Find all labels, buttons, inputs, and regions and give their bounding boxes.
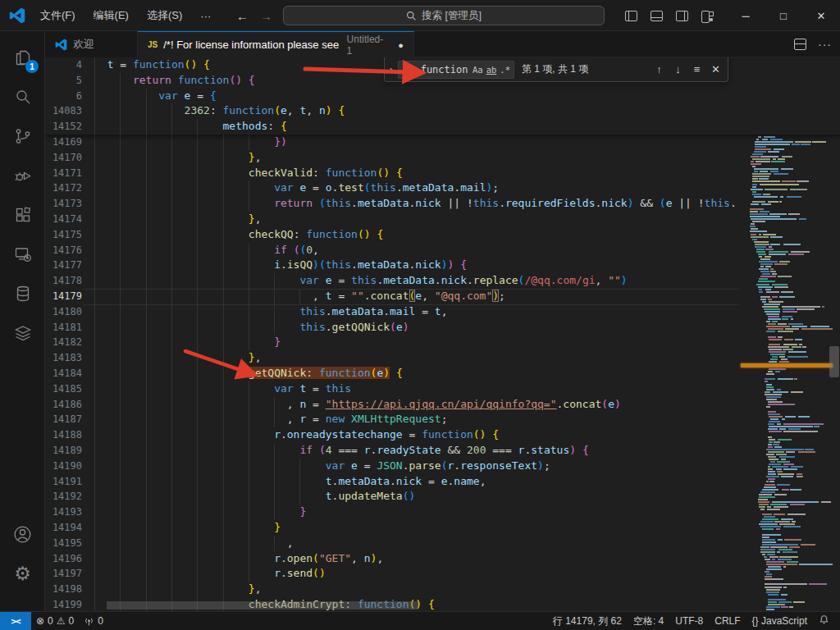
code-line: 14196r.open("GET", n), — [45, 551, 840, 567]
line-number: 14177 — [45, 258, 94, 273]
toggle-secondary-sidebar-icon[interactable] — [676, 11, 688, 21]
code-line: 14180this.metaData.mail = t, — [45, 304, 840, 320]
whole-word-icon[interactable]: ab — [486, 65, 497, 75]
match-case-icon[interactable]: Aa — [472, 65, 483, 75]
sidebar-item-source-control[interactable] — [0, 116, 45, 156]
indent-setting[interactable]: 空格: 4 — [628, 614, 669, 628]
close-button[interactable]: ✕ — [802, 0, 840, 31]
editor-more-actions-icon[interactable]: ··· — [818, 38, 832, 51]
sidebar-item-database[interactable] — [0, 274, 45, 313]
error-icon: ⊗ — [36, 615, 44, 627]
line-number: 14191 — [45, 474, 94, 490]
menu-bar: 文件(F) 编辑(E) 选择(S) ··· — [33, 0, 218, 31]
sidebar-item-extensions[interactable] — [0, 195, 45, 235]
split-editor-icon[interactable] — [794, 39, 806, 50]
find-previous-icon[interactable]: ↑ — [651, 61, 668, 78]
find-widget: › k: function(e) Aa ab .* 第 1 项, 共 1 项 ↑… — [384, 57, 728, 82]
line-number: 14199 — [45, 597, 94, 611]
tab-welcome-label: 欢迎 — [73, 37, 94, 52]
toggle-sidebar-icon[interactable] — [625, 11, 637, 21]
notifications-button[interactable] — [813, 614, 835, 628]
eol-setting[interactable]: CRLF — [709, 615, 746, 627]
code-line: 14197r.send() — [45, 566, 840, 582]
find-input[interactable]: k: function(e) Aa ab .* — [398, 61, 514, 79]
modified-dot-icon[interactable]: ● — [398, 40, 404, 50]
menu-more[interactable]: ··· — [193, 7, 218, 25]
sidebar-item-search[interactable] — [0, 77, 45, 116]
code-line: 14188r.onreadystatechange = function() { — [45, 427, 840, 443]
encoding[interactable]: UTF-8 — [669, 615, 709, 627]
language-mode[interactable]: {} JavaScript — [746, 615, 813, 627]
code-line: 14185var t = this — [45, 381, 840, 397]
problems-status[interactable]: ⊗ 0 ⚠ 0 — [31, 612, 79, 630]
code-line: 14177i.isQQ)(this.metaData.nick)) { — [45, 258, 840, 273]
braces-icon: {} — [752, 615, 759, 627]
activity-bar: 1 — [0, 31, 45, 611]
warning-count: 0 — [69, 615, 75, 627]
menu-selection[interactable]: 选择(S) — [139, 5, 189, 26]
sidebar-item-explorer[interactable]: 1 — [0, 38, 45, 77]
tab-untitled-description: Untitled-1 — [347, 34, 388, 57]
bell-icon — [819, 614, 829, 625]
line-number: 14195 — [45, 536, 94, 551]
code-line: 14179, t = "".concat(e, "@qq.com"); — [45, 289, 840, 304]
code-line: 14190var e = JSON.parse(r.responseText); — [45, 459, 840, 474]
close-find-icon[interactable]: ✕ — [707, 61, 724, 78]
search-icon — [406, 11, 417, 21]
find-buttons: ↑ ↓ ≡ ✕ — [651, 61, 724, 78]
code-line: 14192t.updateMeta() — [45, 489, 840, 504]
line-number: 14187 — [45, 412, 94, 427]
menu-file[interactable]: 文件(F) — [33, 5, 83, 26]
regex-icon[interactable]: .* — [500, 65, 510, 75]
minimap-find-marker — [741, 363, 833, 368]
code-editor[interactable]: 4t = function() {5return function() {6va… — [45, 57, 840, 611]
cursor-position[interactable]: 行 14179, 列 62 — [547, 614, 628, 628]
find-results-count: 第 1 项, 共 1 项 — [522, 62, 588, 76]
command-center-search[interactable]: 搜索 [管理员] — [283, 6, 605, 25]
code-line: 14198}, — [45, 582, 840, 597]
line-number: 14175 — [45, 227, 94, 243]
minimap[interactable] — [741, 57, 833, 611]
tab-untitled-1[interactable]: JS /*! For license information please se… — [138, 31, 414, 57]
maximize-button[interactable]: □ — [765, 0, 802, 31]
run-debug-icon — [13, 166, 33, 185]
command-center-label: 搜索 [管理员] — [422, 9, 482, 23]
find-in-selection-icon[interactable]: ≡ — [688, 61, 705, 78]
sidebar-item-remote-explorer[interactable] — [0, 235, 45, 274]
back-icon[interactable]: ← — [236, 9, 249, 23]
account-button[interactable] — [0, 514, 45, 554]
tab-bar: 欢迎 JS /*! For license information please… — [45, 31, 840, 57]
code-line: 14193} — [45, 504, 840, 520]
line-number: 14194 — [45, 520, 94, 536]
ports-status[interactable]: 0 — [79, 612, 108, 630]
line-number: 14152 — [45, 119, 94, 135]
sidebar-item-layers[interactable] — [0, 313, 45, 353]
minimize-button[interactable]: ─ — [727, 0, 765, 31]
code-line: 14181this.getQQNick(e) — [45, 320, 840, 336]
code-line: 14191t.metaData.nick = e.name, — [45, 474, 840, 490]
line-number: 14193 — [45, 504, 94, 520]
horizontal-scrollbar[interactable] — [107, 601, 418, 609]
menu-edit[interactable]: 编辑(E) — [86, 5, 136, 26]
forward-icon[interactable]: → — [260, 9, 272, 23]
line-number: 14183 — [45, 350, 94, 366]
status-bar-right: 行 14179, 列 62 空格: 4 UTF-8 CRLF {} JavaSc… — [547, 614, 840, 628]
vertical-scrollbar[interactable] — [829, 346, 839, 377]
overview-ruler — [829, 57, 840, 611]
line-number: 14083 — [45, 103, 94, 119]
line-number: 6 — [45, 89, 94, 104]
customize-layout-icon[interactable] — [701, 11, 714, 21]
tab-welcome[interactable]: 欢迎 — [45, 31, 138, 57]
code-line: 14183}, — [45, 350, 840, 366]
remote-indicator[interactable]: >< — [0, 612, 31, 630]
find-next-icon[interactable]: ↓ — [669, 61, 687, 78]
sidebar-item-run-debug[interactable] — [0, 156, 45, 195]
line-number: 14198 — [45, 582, 94, 597]
toggle-replace-icon[interactable]: › — [385, 57, 398, 81]
line-number: 14184 — [45, 366, 94, 381]
settings-button[interactable]: ⚙ — [0, 554, 45, 593]
toggle-panel-icon[interactable] — [651, 11, 663, 21]
code-line: 14194} — [45, 520, 840, 536]
radio-tower-icon — [84, 616, 94, 627]
window-controls: ─ □ ✕ — [727, 0, 840, 31]
